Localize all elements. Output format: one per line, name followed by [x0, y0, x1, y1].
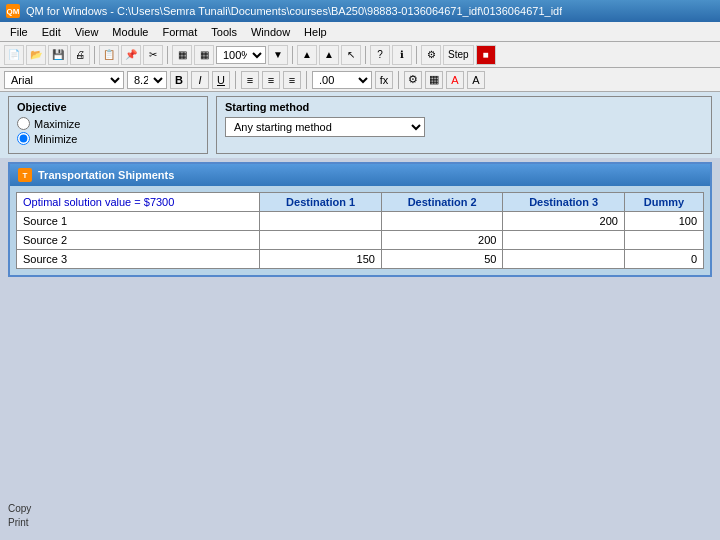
- help-btn[interactable]: ?: [370, 45, 390, 65]
- zoom-select[interactable]: 100%: [216, 46, 266, 64]
- menu-window[interactable]: Window: [245, 25, 296, 39]
- cell-s2-d2[interactable]: 200: [381, 231, 503, 250]
- highlight-btn[interactable]: A: [467, 71, 485, 89]
- title-bar: QM QM for Windows - C:\Users\Semra Tunal…: [0, 0, 720, 22]
- col-dest2: Destination 2: [381, 193, 503, 212]
- align-center-btn[interactable]: ≡: [262, 71, 280, 89]
- decimal-btn[interactable]: fx: [375, 71, 393, 89]
- separator-4: [365, 46, 366, 64]
- print-button[interactable]: 🖨: [70, 45, 90, 65]
- info-btn[interactable]: ℹ: [392, 45, 412, 65]
- table-btn2[interactable]: ▦: [194, 45, 214, 65]
- copy-label[interactable]: Copy: [8, 502, 31, 516]
- decimal-select[interactable]: .00: [312, 71, 372, 89]
- font-select[interactable]: Arial: [4, 71, 124, 89]
- settings-btn[interactable]: ⚙: [404, 71, 422, 89]
- chart-btn[interactable]: ▲: [297, 45, 317, 65]
- italic-button[interactable]: I: [191, 71, 209, 89]
- save-button[interactable]: 💾: [48, 45, 68, 65]
- menu-help[interactable]: Help: [298, 25, 333, 39]
- menu-file[interactable]: File: [4, 25, 34, 39]
- starting-method-select[interactable]: Any starting method Northwest corner Min…: [225, 117, 425, 137]
- starting-method-panel: Starting method Any starting method Nort…: [216, 96, 712, 154]
- minimize-radio[interactable]: [17, 132, 30, 145]
- cell-s3-d2[interactable]: 50: [381, 250, 503, 269]
- objective-legend: Objective: [17, 101, 195, 113]
- cell-s3-dummy[interactable]: 0: [624, 250, 703, 269]
- cell-s1-d3[interactable]: 200: [503, 212, 625, 231]
- chart-btn2[interactable]: ▲: [319, 45, 339, 65]
- size-select[interactable]: 8.2†: [127, 71, 167, 89]
- row-label-source3: Source 3: [17, 250, 260, 269]
- minimize-label: Minimize: [34, 133, 77, 145]
- bold-button[interactable]: B: [170, 71, 188, 89]
- col-dummy: Dummy: [624, 193, 703, 212]
- window-title: QM for Windows - C:\Users\Semra Tunali\D…: [26, 5, 562, 17]
- menu-edit[interactable]: Edit: [36, 25, 67, 39]
- separator-3: [292, 46, 293, 64]
- cell-s2-d3[interactable]: [503, 231, 625, 250]
- step-btn[interactable]: Step: [443, 45, 474, 65]
- table-row: Source 1 200 100: [17, 212, 704, 231]
- stop-btn[interactable]: ■: [476, 45, 496, 65]
- align-right-btn[interactable]: ≡: [283, 71, 301, 89]
- transport-table: Optimal solution value = $7300 Destinati…: [16, 192, 704, 269]
- cell-s3-d1[interactable]: 150: [260, 250, 382, 269]
- app-icon: QM: [6, 4, 20, 18]
- transport-titlebar: T Transportation Shipments: [10, 164, 710, 186]
- menu-format[interactable]: Format: [156, 25, 203, 39]
- cursor-btn[interactable]: ↖: [341, 45, 361, 65]
- table-row: Source 2 200: [17, 231, 704, 250]
- cell-s2-d1[interactable]: [260, 231, 382, 250]
- zoom-dropdown[interactable]: ▼: [268, 45, 288, 65]
- cell-s3-d3[interactable]: [503, 250, 625, 269]
- open-button[interactable]: 📂: [26, 45, 46, 65]
- separator-6: [235, 71, 236, 89]
- minimize-row: Minimize: [17, 132, 195, 145]
- print-label[interactable]: Print: [8, 516, 31, 530]
- menu-bar: File Edit View Module Format Tools Windo…: [0, 22, 720, 42]
- color-btn[interactable]: A: [446, 71, 464, 89]
- align-left-btn[interactable]: ≡: [241, 71, 259, 89]
- transport-window: T Transportation Shipments Optimal solut…: [8, 162, 712, 277]
- cut-button[interactable]: ✂: [143, 45, 163, 65]
- transport-title: Transportation Shipments: [38, 169, 174, 181]
- menu-view[interactable]: View: [69, 25, 105, 39]
- objective-panel: Objective Maximize Minimize: [8, 96, 208, 154]
- cell-s2-dummy[interactable]: [624, 231, 703, 250]
- menu-module[interactable]: Module: [106, 25, 154, 39]
- copy-button[interactable]: 📋: [99, 45, 119, 65]
- row-label-source2: Source 2: [17, 231, 260, 250]
- gear-btn[interactable]: ⚙: [421, 45, 441, 65]
- separator-8: [398, 71, 399, 89]
- col-dest1: Destination 1: [260, 193, 382, 212]
- optimal-label: Optimal solution value = $7300: [17, 193, 260, 212]
- starting-method-legend: Starting method: [225, 101, 699, 113]
- chart-format-btn[interactable]: ▦: [425, 71, 443, 89]
- transport-icon: T: [18, 168, 32, 182]
- col-dest3: Destination 3: [503, 193, 625, 212]
- maximize-label: Maximize: [34, 118, 80, 130]
- footer: Copy Print: [8, 502, 31, 530]
- toolbar: 📄 📂 💾 🖨 📋 📌 ✂ ▦ ▦ 100% ▼ ▲ ▲ ↖ ? ℹ ⚙ Ste…: [0, 42, 720, 68]
- separator-2: [167, 46, 168, 64]
- maximize-radio[interactable]: [17, 117, 30, 130]
- format-bar: Arial 8.2† B I U ≡ ≡ ≡ .00 fx ⚙ ▦ A A: [0, 68, 720, 92]
- table-row: Source 3 150 50 0: [17, 250, 704, 269]
- transport-table-wrap: Optimal solution value = $7300 Destinati…: [10, 186, 710, 275]
- underline-button[interactable]: U: [212, 71, 230, 89]
- new-button[interactable]: 📄: [4, 45, 24, 65]
- row-label-source1: Source 1: [17, 212, 260, 231]
- cell-s1-dummy[interactable]: 100: [624, 212, 703, 231]
- cell-s1-d1[interactable]: [260, 212, 382, 231]
- menu-tools[interactable]: Tools: [205, 25, 243, 39]
- separator-7: [306, 71, 307, 89]
- cell-s1-d2[interactable]: [381, 212, 503, 231]
- options-row: Objective Maximize Minimize Starting met…: [0, 92, 720, 158]
- separator-1: [94, 46, 95, 64]
- paste-button[interactable]: 📌: [121, 45, 141, 65]
- separator-5: [416, 46, 417, 64]
- table-btn[interactable]: ▦: [172, 45, 192, 65]
- maximize-row: Maximize: [17, 117, 195, 130]
